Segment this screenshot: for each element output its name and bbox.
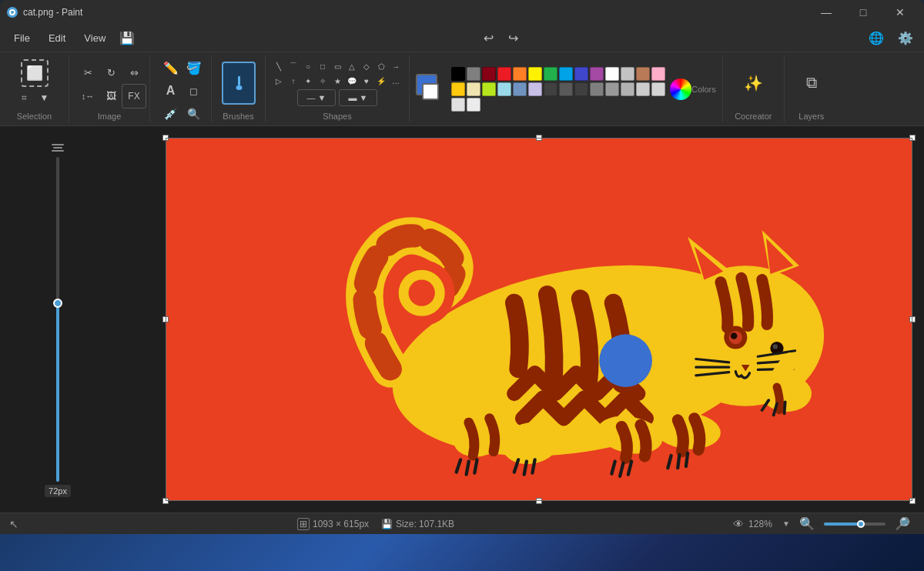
color-swatch-5[interactable] [528,67,542,81]
zoom-out-button[interactable]: 🔍 [795,512,819,535]
zoom-track-horizontal[interactable] [824,523,886,526]
undo-button[interactable]: ↩ [478,28,500,49]
shape-heart[interactable]: ♥ [360,74,373,88]
color-swatch-22[interactable] [574,82,588,96]
zoom-track-thumb[interactable] [857,520,865,528]
ribbon-group-colors: Colors [410,55,723,122]
painting-canvas[interactable] [166,138,912,501]
dimensions-icon: ⊞ [297,518,310,530]
color-swatch-14[interactable] [451,82,465,96]
paint-window: cat.png - Paint — □ ✕ File Edit View 💾 ↩… [0,0,924,534]
zoom-in-button[interactable]: 🔎 [890,512,915,535]
window-title: cat.png - Paint [23,7,808,18]
color-swatch-29[interactable] [467,98,480,112]
color-swatch-6[interactable] [544,67,557,81]
outline-button[interactable]: — ▼ [297,89,336,106]
shape-star5[interactable]: ★ [330,74,344,88]
color-swatch-1[interactable] [467,67,480,81]
cocreator-button[interactable]: ✨ [736,66,770,100]
colors-label: Colors [691,85,716,95]
shape-star4[interactable]: ✧ [316,74,330,88]
menu-bar: File Edit View 💾 ↩ ↪ 🌐 ⚙️ [0,25,924,52]
color-swatch-24[interactable] [605,82,619,96]
zoom-track-vertical[interactable] [56,157,59,482]
color-swatch-4[interactable] [513,67,527,81]
color-swatch-28[interactable] [451,98,465,112]
shape-curve[interactable]: ⌒ [286,59,300,73]
shape-pentagon[interactable]: ⬠ [374,59,388,73]
text-button[interactable]: A [159,78,183,103]
fill-style-button[interactable]: ▬ ▼ [339,89,377,106]
image-tools: ✂ ↻ ⇔ ↕↔ 🖼 FX [75,55,143,110]
select-dropdown-button[interactable]: ▼ [35,88,54,107]
color-swatch-13[interactable] [651,67,665,81]
shape-line[interactable]: ╲ [272,59,286,73]
shape-4arrow[interactable]: ✦ [301,74,315,88]
maximize-button[interactable]: □ [845,0,881,25]
close-button[interactable]: ✕ [882,0,918,25]
pencil-button[interactable]: ✏️ [159,55,183,80]
color-spectrum[interactable] [670,78,691,100]
color-swatch-2[interactable] [482,67,496,81]
minimize-button[interactable]: — [808,0,844,25]
fill-button[interactable]: 🪣 [182,55,206,80]
zoom-thumb[interactable] [53,299,62,308]
shape-callout[interactable]: 💬 [345,74,359,88]
color-swatch-8[interactable] [574,67,588,81]
help-icon[interactable]: 🌐 [864,26,889,51]
shape-oval[interactable]: ○ [301,59,315,73]
color-swatch-7[interactable] [559,67,573,81]
redo-button[interactable]: ↪ [503,28,524,49]
select-freeform-button[interactable]: ⌗ [15,88,34,107]
color-swatch-21[interactable] [559,82,573,96]
settings-icon[interactable]: ⚙️ [893,26,918,51]
crop-button[interactable]: ✂ [75,61,100,85]
brush-active-button[interactable] [222,62,256,105]
color-swatch-0[interactable] [451,67,465,81]
menu-file[interactable]: File [6,29,38,47]
shape-arrow-up[interactable]: ↑ [286,74,300,88]
select-rect-button[interactable]: ⬜ [21,59,49,87]
color-swatch-15[interactable] [467,82,480,96]
color-swatch-23[interactable] [590,82,604,96]
menu-view[interactable]: View [76,29,113,47]
rotate-button[interactable]: ↻ [99,61,123,85]
color-swatch-9[interactable] [590,67,604,81]
menu-edit[interactable]: Edit [41,29,73,47]
shape-rect[interactable]: □ [316,59,330,73]
save-icon[interactable]: 💾 [116,28,138,49]
fx-button[interactable]: FX [122,84,146,109]
colors-content [416,67,691,112]
layers-button[interactable]: ⧉ [795,66,829,100]
eraser-button[interactable]: ◻ [182,78,206,103]
color-swatch-26[interactable] [636,82,650,96]
flip-h-button[interactable]: ⇔ [122,61,146,85]
color-swatch-25[interactable] [621,82,634,96]
zoom-tool-button[interactable]: 🔍 [182,102,206,126]
color-swatch-3[interactable] [497,67,511,81]
shape-triangle[interactable]: △ [345,59,359,73]
color-swatch-20[interactable] [544,82,557,96]
zoom-dropdown-arrow[interactable]: ▼ [782,519,790,528]
color-swatch-12[interactable] [636,67,650,81]
color-swatch-27[interactable] [651,82,665,96]
paste-image-button[interactable]: 🖼 [99,84,123,109]
color-swatch-18[interactable] [513,82,527,96]
color-swatch-10[interactable] [605,67,619,81]
selected-colors [416,74,447,105]
shape-diamond[interactable]: ◇ [360,59,373,73]
color-swatch-19[interactable] [528,82,542,96]
shape-arrow-r[interactable]: → [389,59,403,73]
shape-more[interactable]: … [389,74,403,88]
color-swatch-16[interactable] [482,82,496,96]
background-color[interactable] [422,83,439,100]
svg-point-2 [11,11,14,14]
shape-rounded-rect[interactable]: ▭ [330,59,344,73]
shape-tri2[interactable]: ▷ [272,74,286,88]
color-swatch-17[interactable] [497,82,511,96]
color-swatch-11[interactable] [621,67,634,81]
shape-lightning[interactable]: ⚡ [374,74,388,88]
picker-button[interactable]: 💉 [159,102,183,126]
cursor-icon: ↖ [9,518,18,530]
resize-button[interactable]: ↕↔ [75,84,100,109]
